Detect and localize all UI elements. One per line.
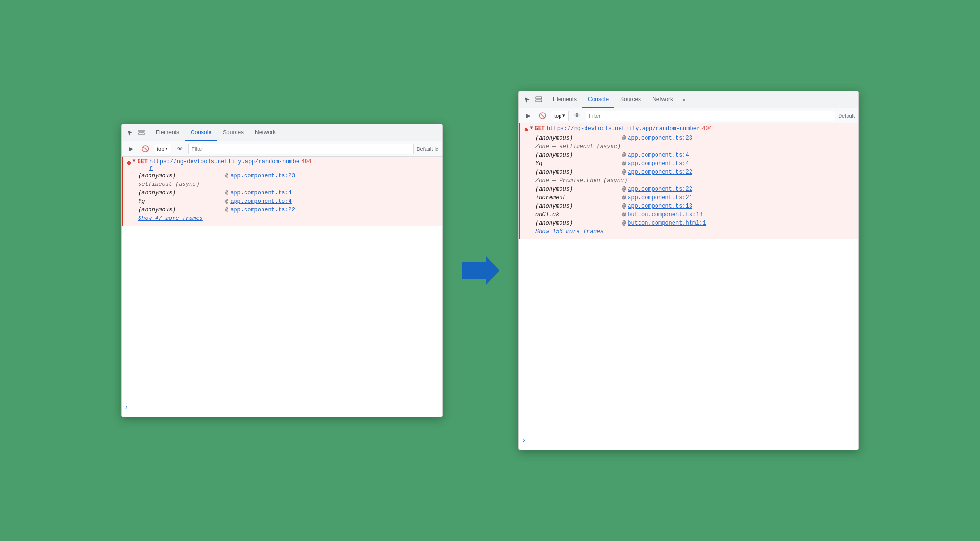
cursor-icon-left[interactable] — [125, 128, 135, 138]
frame-location-3-right[interactable]: app.component.ts:4 — [628, 160, 689, 167]
stack-frame-7-right: (anonymous) @ app.component.ts:13 — [524, 202, 855, 210]
frame-location-0-left[interactable]: app.component.ts:23 — [230, 173, 295, 179]
stack-frame-2-right: (anonymous) @ app.component.ts:4 — [524, 151, 855, 159]
stack-frame-2-left: (anonymous) @ app.component.ts:4 — [127, 189, 438, 197]
frame-location-4-right[interactable]: app.component.ts:22 — [628, 169, 692, 175]
stack-frame-4-left: (anonymous) @ app.component.ts:22 — [127, 206, 438, 214]
stack-frame-6-right: increment @ app.component.ts:21 — [524, 193, 855, 202]
arrow-right-icon — [462, 256, 499, 285]
stack-frame-0-right: (anonymous) @ app.component.ts:23 — [524, 134, 855, 142]
frame-name-8-right: onClick — [535, 211, 621, 218]
error-entry-right: ⊗ ▼ GET https://ng-devtools.netlify.app/… — [519, 123, 858, 239]
eye-button-right[interactable]: 👁 — [571, 110, 583, 122]
tab-icons-left — [125, 128, 146, 138]
stack-frame-9-right: (anonymous) @ button.component.html:1 — [524, 219, 855, 227]
show-more-left[interactable]: Show 47 more frames — [127, 214, 438, 224]
expand-arrow-right[interactable]: ▼ — [530, 125, 533, 131]
get-method-left: GET — [137, 158, 148, 165]
clear-console-button-left[interactable]: 🚫 — [140, 143, 151, 155]
show-more-right[interactable]: Show 156 more frames — [524, 227, 855, 237]
frame-location-5-right[interactable]: app.component.ts:22 — [628, 186, 692, 192]
error-icon-left: ⊗ — [127, 159, 131, 167]
tab-console-right[interactable]: Console — [582, 91, 614, 108]
async-frame-1-left: setTimeout (async) — [127, 180, 438, 189]
prompt-arrow-right: › — [523, 436, 525, 444]
console-prompt-left: › — [122, 399, 442, 414]
async-frame-zone-settimeout-right: Zone — setTimeout (async) — [524, 142, 855, 151]
get-method-right: GET — [534, 125, 545, 132]
main-container: Elements Console Sources Network ▶ 🚫 top… — [102, 72, 878, 469]
frame-location-6-right[interactable]: app.component.ts:21 — [628, 194, 692, 201]
context-selector-left[interactable]: top ▾ — [154, 144, 171, 154]
svg-rect-1 — [139, 133, 144, 135]
console-content-left: ⊗ ▼ GET https://ng-devtools.netlify.app/… — [122, 157, 442, 399]
svg-rect-2 — [536, 97, 542, 99]
tab-elements-left[interactable]: Elements — [150, 124, 185, 141]
frame-name-9-right: (anonymous) — [535, 220, 621, 227]
tab-sources-right[interactable]: Sources — [614, 91, 647, 108]
stack-frame-4-right: (anonymous) @ app.component.ts:22 — [524, 168, 855, 176]
frame-location-3-left[interactable]: app.component.ts:4 — [230, 198, 292, 205]
url-suffix-left: r — [149, 165, 153, 172]
prompt-arrow-left: › — [125, 403, 128, 410]
filter-input-right[interactable] — [586, 111, 835, 121]
error-header-left: ⊗ ▼ GET https://ng-devtools.netlify.app/… — [127, 158, 438, 172]
context-selector-right[interactable]: top ▾ — [551, 111, 569, 121]
arrow-container — [462, 256, 499, 285]
svg-rect-3 — [536, 100, 542, 102]
error-status-right: 404 — [702, 125, 712, 132]
tab-console-left[interactable]: Console — [185, 124, 217, 141]
error-icon-right: ⊗ — [524, 126, 528, 134]
frame-name-3-right: Yg — [535, 160, 621, 167]
frame-name-4-right: (anonymous) — [535, 169, 621, 175]
error-url-left[interactable]: https://ng-devtools.netlify.app/random-n… — [149, 158, 299, 172]
layers-icon-right[interactable] — [534, 95, 543, 105]
frame-name-6-right: increment — [535, 194, 621, 201]
frame-location-0-right[interactable]: app.component.ts:23 — [628, 135, 692, 141]
frame-location-7-right[interactable]: app.component.ts:13 — [628, 203, 692, 209]
tab-bar-left: Elements Console Sources Network — [122, 124, 442, 141]
console-content-right: ⊗ ▼ GET https://ng-devtools.netlify.app/… — [519, 123, 858, 432]
tab-icons-right — [523, 95, 543, 105]
filter-input-left[interactable] — [188, 144, 413, 154]
stack-frame-3-right: Yg @ app.component.ts:4 — [524, 159, 855, 168]
run-script-button-right[interactable]: ▶ — [523, 110, 534, 122]
tab-network-right[interactable]: Network — [647, 91, 679, 108]
layers-icon-left[interactable] — [137, 128, 146, 138]
run-script-button-left[interactable]: ▶ — [125, 143, 137, 155]
tab-network-left[interactable]: Network — [249, 124, 281, 141]
frame-location-4-left[interactable]: app.component.ts:22 — [230, 207, 295, 213]
devtools-panel-left: Elements Console Sources Network ▶ 🚫 top… — [121, 124, 443, 417]
async-frame-zone-promise-right: Zone — Promise.then (async) — [524, 176, 855, 185]
frame-name-3-left: Yg — [138, 198, 223, 205]
tab-elements-right[interactable]: Elements — [547, 91, 582, 108]
devtools-panel-right: Elements Console Sources Network » ▶ 🚫 t… — [518, 91, 859, 450]
clear-console-button-right[interactable]: 🚫 — [537, 110, 548, 122]
svg-rect-0 — [139, 130, 144, 132]
toolbar-left: ▶ 🚫 top ▾ 👁 Default le — [122, 141, 442, 157]
frame-name-4-left: (anonymous) — [138, 207, 223, 213]
cursor-icon-right[interactable] — [523, 95, 532, 105]
stack-frame-8-right: onClick @ button.component.ts:18 — [524, 210, 855, 219]
frame-name-2-right: (anonymous) — [535, 152, 621, 158]
frame-location-2-right[interactable]: app.component.ts:4 — [628, 152, 689, 158]
frame-location-2-left[interactable]: app.component.ts:4 — [230, 190, 292, 196]
expand-arrow-left[interactable]: ▼ — [132, 158, 135, 164]
eye-button-left[interactable]: 👁 — [174, 143, 185, 155]
error-entry-left: ⊗ ▼ GET https://ng-devtools.netlify.app/… — [122, 157, 442, 226]
error-header-right: ⊗ ▼ GET https://ng-devtools.netlify.app/… — [524, 125, 855, 134]
frame-name-7-right: (anonymous) — [535, 203, 621, 209]
toolbar-right: ▶ 🚫 top ▾ 👁 Default — [519, 108, 858, 123]
stack-frame-0-left: (anonymous) @ app.component.ts:23 — [127, 172, 438, 180]
tab-sources-left[interactable]: Sources — [217, 124, 249, 141]
stack-frame-3-left: Yg @ app.component.ts:4 — [127, 197, 438, 206]
frame-location-8-right[interactable]: button.component.ts:18 — [628, 211, 702, 218]
frame-name-2-left: (anonymous) — [138, 190, 223, 196]
frame-name-0-left: (anonymous) — [138, 173, 223, 179]
frame-name-5-right: (anonymous) — [535, 186, 621, 192]
error-url-right[interactable]: https://ng-devtools.netlify.app/random-n… — [547, 125, 700, 132]
frame-location-9-right[interactable]: button.component.html:1 — [628, 220, 706, 227]
frame-name-0-right: (anonymous) — [535, 135, 621, 141]
tab-bar-right: Elements Console Sources Network » — [519, 91, 858, 108]
tab-more-right[interactable]: » — [679, 94, 690, 106]
